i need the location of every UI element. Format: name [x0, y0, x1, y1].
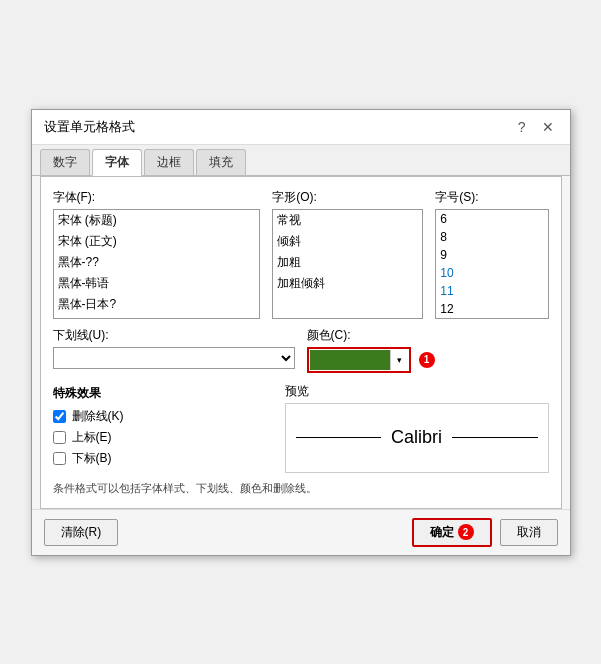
preview-section: 预览 Calibri [285, 383, 549, 473]
preview-line-left [296, 437, 382, 438]
list-item[interactable]: 加粗 [273, 252, 422, 273]
dialog-title: 设置单元格格式 [44, 118, 135, 136]
list-item[interactable]: 黑体-日本語 [54, 315, 260, 319]
list-item[interactable]: 8 [436, 228, 547, 246]
list-item[interactable]: 加粗倾斜 [273, 273, 422, 294]
subscript-checkbox[interactable] [53, 452, 66, 465]
list-item[interactable]: 12 [436, 300, 547, 318]
preview-box: Calibri [285, 403, 549, 473]
underline-color-row: 下划线(U): 颜色(C): ▾ 1 [53, 327, 549, 373]
tab-fill[interactable]: 填充 [196, 149, 246, 175]
color-swatch [310, 350, 390, 370]
font-name-col: 字体(F): 宋体 (标题) 宋体 (正文) 黑体-?? 黑体-韩语 黑体-日本… [53, 189, 261, 319]
preview-label: 预览 [285, 383, 549, 400]
superscript-label: 上标(E) [72, 429, 112, 446]
font-name-label: 字体(F): [53, 189, 261, 206]
font-style-listbox[interactable]: 常视 倾斜 加粗 加粗倾斜 [272, 209, 423, 319]
font-style-label: 字形(O): [272, 189, 423, 206]
subscript-row: 下标(B) [53, 450, 273, 467]
tabs-bar: 数字 字体 边框 填充 [32, 145, 570, 176]
list-item[interactable]: 常视 [273, 210, 422, 231]
list-item[interactable]: 10 [436, 264, 547, 282]
color-badge: 1 [419, 352, 435, 368]
color-dropdown-arrow[interactable]: ▾ [390, 350, 408, 370]
list-item[interactable]: 宋体 (正文) [54, 231, 260, 252]
underline-section: 下划线(U): [53, 327, 295, 369]
preview-content: Calibri [286, 427, 548, 448]
strikethrough-checkbox[interactable] [53, 410, 66, 423]
font-name-listbox[interactable]: 宋体 (标题) 宋体 (正文) 黑体-?? 黑体-韩语 黑体-日本? 黑体-日本… [53, 209, 261, 319]
tab-border[interactable]: 边框 [144, 149, 194, 175]
cancel-button[interactable]: 取消 [500, 519, 558, 546]
list-item[interactable]: 9 [436, 246, 547, 264]
list-item[interactable]: 黑体-韩语 [54, 273, 260, 294]
superscript-row: 上标(E) [53, 429, 273, 446]
strikethrough-label: 删除线(K) [72, 408, 124, 425]
color-section: 颜色(C): ▾ 1 [307, 327, 549, 373]
font-size-col: 字号(S): 6 8 9 10 11 12 [435, 189, 548, 319]
effects-preview-row: 特殊效果 删除线(K) 上标(E) 下标(B) 预览 [53, 383, 549, 473]
list-item[interactable]: 11 [436, 282, 547, 300]
font-style-col: 字形(O): 常视 倾斜 加粗 加粗倾斜 [272, 189, 423, 319]
list-item[interactable]: 倾斜 [273, 231, 422, 252]
help-button[interactable]: ? [514, 119, 530, 135]
tab-font[interactable]: 字体 [92, 149, 142, 176]
title-controls: ? ✕ [514, 119, 558, 135]
underline-label: 下划线(U): [53, 327, 295, 344]
superscript-checkbox[interactable] [53, 431, 66, 444]
tab-content: 字体(F): 宋体 (标题) 宋体 (正文) 黑体-?? 黑体-韩语 黑体-日本… [40, 176, 562, 509]
underline-select[interactable] [53, 347, 295, 369]
font-size-listbox[interactable]: 6 8 9 10 11 12 [435, 209, 548, 319]
font-size-label: 字号(S): [435, 189, 548, 206]
clear-button[interactable]: 清除(R) [44, 519, 119, 546]
note-text: 条件格式可以包括字体样式、下划线、颜色和删除线。 [53, 481, 549, 496]
special-effects-title: 特殊效果 [53, 385, 273, 402]
list-item[interactable]: 6 [436, 210, 547, 228]
tab-number[interactable]: 数字 [40, 149, 90, 175]
list-item[interactable]: 黑体-?? [54, 252, 260, 273]
bottom-right-buttons: 确定2 取消 [412, 518, 558, 547]
font-main-row: 字体(F): 宋体 (标题) 宋体 (正文) 黑体-?? 黑体-韩语 黑体-日本… [53, 189, 549, 319]
confirm-badge: 2 [458, 524, 474, 540]
list-item[interactable]: 宋体 (标题) [54, 210, 260, 231]
special-effects-section: 特殊效果 删除线(K) 上标(E) 下标(B) [53, 383, 273, 473]
subscript-label: 下标(B) [72, 450, 112, 467]
preview-line-right [452, 437, 538, 438]
list-item[interactable]: 黑体-日本? [54, 294, 260, 315]
close-button[interactable]: ✕ [538, 119, 558, 135]
confirm-button[interactable]: 确定2 [412, 518, 492, 547]
color-picker-button[interactable]: ▾ [307, 347, 411, 373]
color-label: 颜色(C): [307, 327, 549, 344]
preview-text: Calibri [391, 427, 442, 448]
title-bar: 设置单元格格式 ? ✕ [32, 110, 570, 145]
bottom-row: 清除(R) 确定2 取消 [32, 509, 570, 555]
format-cells-dialog: 设置单元格格式 ? ✕ 数字 字体 边框 填充 字体(F): 宋体 (标题) 宋… [31, 109, 571, 556]
strikethrough-row: 删除线(K) [53, 408, 273, 425]
